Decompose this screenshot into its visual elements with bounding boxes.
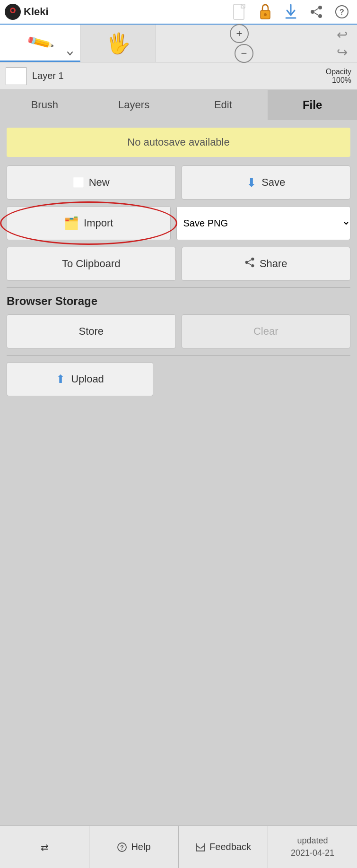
browser-storage-title: Browser Storage	[7, 295, 350, 308]
zoom-out-button[interactable]: −	[235, 44, 253, 63]
file-panel: No autosave available New ⬇ Save 🗂️ Impo…	[0, 120, 357, 410]
save-format-select[interactable]: Save PNG Save JPG Save WebP	[176, 206, 351, 240]
updated-text: updated 2021-04-21	[291, 835, 334, 859]
help-header-button[interactable]: ?	[331, 1, 352, 22]
tab-edit[interactable]: Edit	[179, 90, 268, 120]
svg-line-22	[196, 845, 200, 848]
save-button[interactable]: ⬇ Save	[182, 165, 351, 200]
undo-redo-controls: ↩ ↪	[327, 25, 357, 62]
header: Kleki	[0, 0, 357, 25]
svg-line-12	[314, 13, 318, 15]
layer-name: Layer 1	[32, 70, 326, 81]
share-button[interactable]	[306, 1, 327, 22]
logo: Kleki	[5, 4, 49, 20]
brush-tool[interactable]: ✏️	[0, 25, 80, 62]
svg-text:?: ?	[340, 8, 344, 16]
swap-icon: ⇄	[41, 842, 49, 853]
redo-button[interactable]: ↪	[337, 44, 348, 60]
svg-rect-3	[234, 4, 244, 19]
tab-file[interactable]: File	[268, 90, 357, 120]
zoom-controls: + −	[156, 25, 327, 62]
brush-icon: ✏️	[25, 28, 55, 57]
layer-thumbnail	[6, 67, 26, 85]
bottom-bar: ⇄ ? Help Feedback updated 2021-04-21	[0, 825, 357, 868]
svg-point-9	[311, 10, 314, 14]
upload-button[interactable]: ⬆ Upload	[7, 362, 153, 396]
svg-point-10	[318, 14, 322, 18]
svg-line-19	[248, 263, 251, 265]
clear-button[interactable]: Clear	[182, 314, 351, 348]
import-savepng-row: 🗂️ Import Save PNG Save JPG Save WebP	[7, 206, 350, 240]
svg-point-1	[11, 9, 14, 12]
zoom-in-icon: +	[236, 27, 243, 40]
zoom-out-icon: −	[241, 47, 247, 60]
divider-1	[7, 287, 350, 288]
to-clipboard-button[interactable]: To Clipboard	[7, 247, 176, 281]
swap-button[interactable]: ⇄	[0, 826, 89, 868]
logo-icon	[5, 4, 21, 20]
help-label: Help	[131, 842, 150, 852]
logo-text: Kleki	[24, 6, 49, 18]
layer-bar: Layer 1 Opacity 100%	[0, 62, 357, 90]
clipboard-share-row: To Clipboard Share	[7, 247, 350, 281]
hand-tool[interactable]: 🖐	[80, 25, 156, 62]
new-button[interactable]: New	[7, 165, 176, 200]
opacity-display: Opacity 100%	[326, 68, 351, 85]
svg-point-6	[264, 13, 267, 16]
download-button[interactable]	[280, 1, 301, 22]
new-file-icon	[73, 177, 84, 188]
tab-brush[interactable]: Brush	[0, 90, 89, 120]
updated-info: updated 2021-04-21	[268, 826, 357, 868]
feedback-button[interactable]: Feedback	[179, 826, 268, 868]
svg-line-23	[201, 845, 205, 848]
svg-point-8	[318, 6, 322, 9]
divider-2	[7, 355, 350, 356]
svg-text:?: ?	[120, 844, 124, 851]
save-icon: ⬇	[246, 175, 257, 190]
feedback-label: Feedback	[209, 842, 251, 852]
toolbar: ✏️ 🖐 + − ↩ ↪	[0, 25, 357, 62]
upload-row: ⬆ Upload	[7, 362, 350, 396]
upload-icon: ⬆	[56, 373, 65, 386]
autosave-text: No autosave available	[127, 136, 229, 148]
svg-point-16	[245, 261, 248, 264]
hand-icon: 🖐	[106, 32, 131, 55]
autosave-banner: No autosave available	[7, 128, 350, 157]
svg-line-11	[314, 9, 318, 11]
help-button[interactable]: ? Help	[89, 826, 179, 868]
store-button[interactable]: Store	[7, 314, 176, 348]
tab-bar: Brush Layers Edit File	[0, 90, 357, 120]
svg-point-17	[251, 264, 254, 267]
import-button[interactable]: 🗂️ Import	[7, 206, 171, 240]
new-save-row: New ⬇ Save	[7, 165, 350, 200]
svg-line-18	[248, 260, 251, 262]
undo-button[interactable]: ↩	[337, 27, 348, 43]
tab-layers[interactable]: Layers	[89, 90, 179, 120]
import-icon: 🗂️	[64, 216, 79, 231]
zoom-in-button[interactable]: +	[230, 24, 249, 43]
svg-rect-2	[12, 13, 14, 17]
share-file-icon	[244, 257, 255, 270]
lock-button[interactable]	[255, 1, 276, 22]
svg-point-15	[251, 258, 254, 260]
share-file-button[interactable]: Share	[182, 247, 351, 281]
store-clear-row: Store Clear	[7, 314, 350, 348]
new-file-button[interactable]	[229, 1, 250, 22]
import-wrapper: 🗂️ Import	[7, 206, 171, 240]
